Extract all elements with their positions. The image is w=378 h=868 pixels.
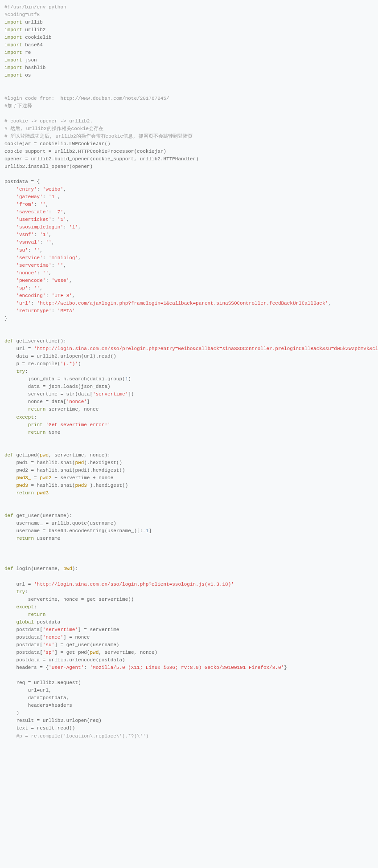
code-token: , servertime, nonce)	[99, 650, 157, 655]
code-line: print 'Get severtime error!'	[4, 422, 111, 428]
code-line: data = urllib2.urlopen(url).read()	[4, 354, 116, 359]
code-token: )	[128, 376, 131, 382]
code-line: 'returntype': 'META'	[4, 308, 75, 314]
code-token: ,	[45, 202, 49, 207]
code-token: pwd3_	[75, 483, 90, 488]
code-token: 'entry'	[16, 187, 37, 192]
code-line: 'service': 'miniblog',	[4, 255, 81, 261]
code-token: import	[4, 20, 22, 25]
code-line: def login(username, pwd):	[4, 566, 78, 571]
code-token: #加了下注释	[4, 103, 32, 109]
code-token: ,	[78, 255, 81, 261]
code-token: ,	[58, 194, 61, 200]
code-token	[4, 285, 16, 291]
code-line: 'su': '',	[4, 248, 43, 253]
code-token	[4, 263, 16, 268]
code-token: -1	[143, 528, 148, 534]
code-token: ])	[128, 391, 134, 397]
code-token: text = result.read()	[4, 725, 75, 731]
code-token: return	[16, 536, 34, 541]
code-token: return	[28, 430, 46, 435]
code-token: pwd	[90, 650, 99, 655]
code-token: 'service'	[16, 255, 42, 261]
code-token: hashlib	[22, 65, 46, 70]
code-token: , servertime, nonce):	[49, 452, 111, 458]
code-token: req = urllib2.Request(	[4, 680, 81, 685]
code-line: # cookie -> opener -> urllib2.	[4, 118, 93, 124]
code-token: '1'	[58, 217, 66, 222]
code-token: 'savestate'	[16, 209, 49, 215]
code-token: ''	[58, 263, 63, 268]
code-token	[4, 734, 16, 739]
code-line: def get_pwd(pwd, servertime, nonce):	[4, 452, 111, 458]
code-token: result = urllib2.urlopen(req)	[4, 718, 102, 723]
code-line: urllib2.install_opener(opener)	[4, 164, 93, 169]
code-token: ''	[34, 248, 40, 253]
code-token	[4, 619, 16, 625]
code-token: json	[22, 57, 37, 63]
code-line: url=url,	[4, 688, 52, 693]
code-token: '(.*)'	[60, 361, 78, 367]
code-token	[4, 232, 16, 237]
code-token: :	[31, 301, 37, 306]
code-token: 'wsse'	[52, 278, 70, 283]
code-token: #!/usr/bin/env python	[4, 4, 66, 10]
code-token: )	[4, 710, 19, 716]
code-token: username	[34, 536, 60, 541]
code-line: # 所以登陆成功之后, urllib2的操作会带有cookie信息, 抓网页不会…	[4, 134, 193, 139]
code-token: 'sp'	[16, 285, 28, 291]
code-token: :	[49, 209, 54, 215]
code-token: 'returntype'	[16, 308, 51, 314]
code-token: import	[4, 65, 22, 70]
code-token	[4, 293, 16, 298]
code-line: postdata = urllib.urlencode(postdata)	[4, 657, 125, 663]
code-line: except:	[4, 604, 37, 610]
code-token: urllib2	[22, 27, 46, 33]
code-token	[4, 475, 16, 481]
code-token: #coding=utf8	[4, 12, 40, 17]
code-token: pwd3	[16, 483, 28, 488]
code-token: url=url,	[4, 688, 52, 693]
code-line: try:	[4, 369, 28, 374]
code-line: nonce = data['nonce']	[4, 399, 90, 404]
code-token: servertime = str(data[	[4, 391, 93, 397]
code-token: 'http://login.sina.com.cn/sso/login.php?…	[34, 582, 234, 587]
code-line: 'vsnf': '1',	[4, 232, 52, 237]
code-token: def	[4, 566, 13, 571]
code-token: # 然后, urllib2的操作相关cookie会存在	[4, 126, 103, 131]
code-token: :	[84, 665, 90, 670]
code-token: :	[43, 194, 49, 200]
code-token: ''	[43, 270, 49, 276]
code-token	[4, 407, 28, 412]
code-line: json_data = p.search(data).group(1)	[4, 376, 131, 382]
code-token: postdata[	[4, 642, 43, 648]
code-token: 'nonce'	[16, 270, 37, 276]
code-line: #coding=utf8	[4, 12, 40, 17]
code-token: json_data = p.search(data).group(	[4, 376, 125, 382]
code-token: :	[63, 224, 69, 230]
code-token: :	[43, 255, 49, 261]
code-line: return username	[4, 536, 60, 541]
code-token: import	[4, 35, 22, 40]
code-token: ] = get_user(username)	[54, 642, 119, 648]
code-token: }	[284, 665, 287, 670]
code-token	[4, 483, 16, 488]
code-line: import re	[4, 50, 31, 55]
code-line: pwd3 = hashlib.sha1(pwd3_).hexdigest()	[4, 483, 128, 488]
code-token: get_user(username):	[13, 513, 72, 518]
code-line: 'entry': 'weibo',	[4, 187, 66, 192]
code-token	[34, 490, 37, 496]
code-token: 'su'	[16, 248, 28, 253]
code-token	[4, 415, 16, 420]
code-line: import base64	[4, 42, 43, 48]
code-token: print	[28, 422, 43, 428]
code-token: data = urllib2.urlopen(url).read()	[4, 354, 116, 359]
code-line: def get_user(username):	[4, 513, 72, 518]
code-token: 'userticket'	[16, 217, 51, 222]
code-line: 'from': '',	[4, 202, 49, 207]
code-token: 'Mozilla/5.0 (X11; Linux i686; rv:8.0) G…	[90, 665, 284, 670]
code-line: 'sp': '',	[4, 285, 43, 291]
code-token: 'http://weibo.com/ajaxlogin.php?framelog…	[37, 301, 329, 306]
code-token: 'vsnval'	[16, 240, 40, 245]
code-token	[4, 369, 16, 374]
